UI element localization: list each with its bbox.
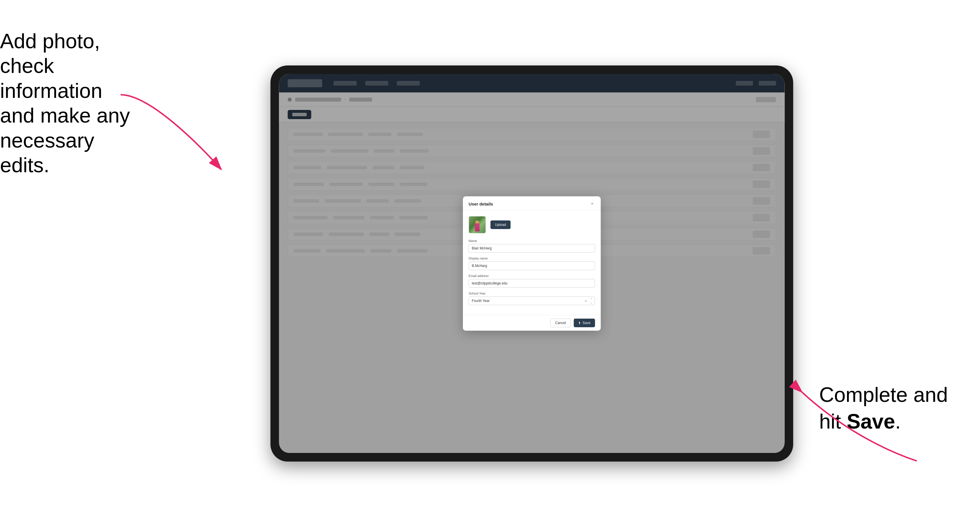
figure-body xyxy=(475,223,480,231)
school-year-select-wrapper: × ⌃⌄ xyxy=(469,297,595,305)
tablet-device: › xyxy=(270,65,793,462)
display-name-input[interactable] xyxy=(469,262,595,270)
display-name-field-group: Display name xyxy=(469,257,595,270)
name-label: Name xyxy=(469,239,595,243)
photo-image xyxy=(469,216,486,233)
user-photo-thumbnail xyxy=(469,216,486,233)
email-label: Email address xyxy=(469,274,595,278)
name-input[interactable] xyxy=(469,244,595,252)
modal-header: User details × xyxy=(463,196,601,210)
upload-photo-button[interactable]: Upload xyxy=(491,221,511,229)
tablet-screen: › xyxy=(279,74,785,453)
app-background: › xyxy=(279,74,785,453)
display-name-label: Display name xyxy=(469,257,595,260)
save-label: Save xyxy=(582,321,590,325)
user-details-modal: User details × xyxy=(463,196,601,331)
modal-body: Upload Name Display name xyxy=(463,210,601,315)
annotation-right: Complete and hit Save. xyxy=(819,381,957,435)
modal-overlay: User details × xyxy=(279,74,785,453)
email-field-group: Email address xyxy=(469,274,595,287)
school-year-input[interactable] xyxy=(469,297,595,305)
save-button[interactable]: ⬆ Save xyxy=(574,319,595,327)
select-arrow-icon: ⌃⌄ xyxy=(590,298,592,304)
school-year-field-group: School Year × ⌃⌄ xyxy=(469,292,595,305)
modal-title: User details xyxy=(469,202,493,206)
modal-close-button[interactable]: × xyxy=(589,201,595,207)
email-input[interactable] xyxy=(469,279,595,287)
modal-footer: Cancel ⬆ Save xyxy=(463,315,601,331)
school-year-label: School Year xyxy=(469,292,595,295)
select-clear-icon[interactable]: × xyxy=(585,299,587,303)
name-field-group: Name xyxy=(469,239,595,252)
save-icon: ⬆ xyxy=(578,321,581,325)
cancel-button[interactable]: Cancel xyxy=(550,319,571,327)
annotation-left: Add photo, check information and make an… xyxy=(0,29,138,178)
photo-section: Upload xyxy=(469,216,595,233)
